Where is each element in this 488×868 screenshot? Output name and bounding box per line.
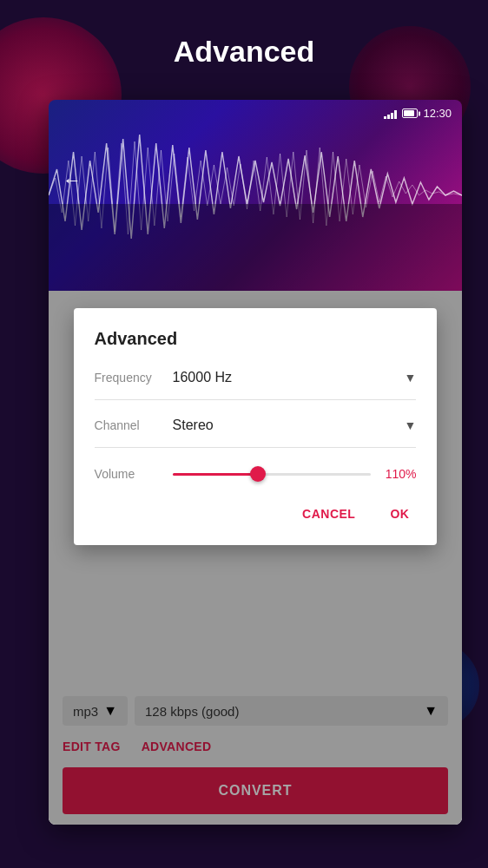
channel-label: Channel [95, 418, 173, 432]
volume-label: Volume [95, 467, 173, 481]
page-title: Advanced [0, 35, 488, 69]
volume-slider[interactable] [173, 465, 372, 483]
channel-value: Stereo [173, 418, 214, 433]
channel-row: Channel Stereo ▼ [95, 418, 417, 448]
frequency-value: 16000 Hz [173, 370, 233, 385]
volume-row: Volume 110% [95, 465, 417, 483]
channel-select[interactable]: Stereo ▼ [173, 418, 417, 433]
frequency-dropdown-icon: ▼ [405, 371, 417, 385]
frequency-row: Frequency 16000 Hz ▼ [95, 370, 417, 400]
frequency-label: Frequency [95, 371, 173, 385]
dialog-overlay: Advanced Frequency 16000 Hz ▼ Channel St… [49, 204, 462, 825]
advanced-dialog: Advanced Frequency 16000 Hz ▼ Channel St… [74, 308, 438, 545]
app-container: 12:30 ← Advanced Frequency [49, 100, 462, 825]
channel-dropdown-icon: ▼ [405, 418, 417, 432]
slider-fill [173, 473, 262, 476]
ok-button[interactable]: OK [383, 503, 416, 524]
cancel-button[interactable]: CANCEL [295, 503, 362, 524]
volume-percent: 110% [381, 467, 416, 481]
dialog-title: Advanced [95, 329, 417, 349]
frequency-select[interactable]: 16000 Hz ▼ [173, 370, 417, 385]
slider-thumb[interactable] [250, 466, 266, 482]
bottom-content: Advanced Frequency 16000 Hz ▼ Channel St… [49, 291, 462, 825]
dialog-buttons: CANCEL OK [95, 503, 417, 524]
slider-track [173, 473, 372, 476]
